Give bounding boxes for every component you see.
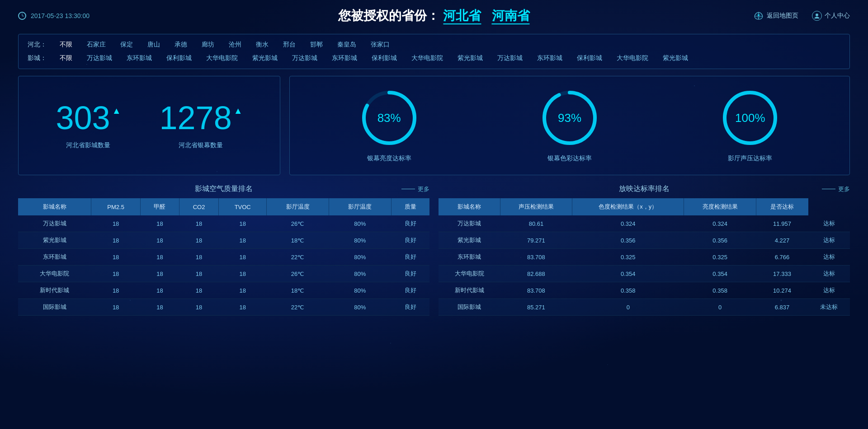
table-cell: 0.354 xyxy=(572,266,684,282)
city-filter-item[interactable]: 邢台 xyxy=(280,40,298,50)
city-filter-item[interactable]: 张家口 xyxy=(368,40,392,50)
cinema-filter-item[interactable]: 东环影城 xyxy=(534,53,565,63)
cinema-filter-item[interactable]: 紫光影城 xyxy=(455,53,486,63)
screen-count-number: 1278 ▲ xyxy=(160,102,243,134)
table-cell: 0.354 xyxy=(684,266,756,282)
air-quality-panel: 影城空气质量排名 更多 影城名称 PM2.5 甲醛 CO2 TVOC 影厅温度 … xyxy=(18,184,429,316)
table-cell: 东环影城 xyxy=(439,249,500,266)
col-co2: CO2 xyxy=(179,198,218,215)
table-cell: 0.358 xyxy=(684,282,756,299)
city-filter-item[interactable]: 秦皇岛 xyxy=(335,40,359,50)
col-quality: 质量 xyxy=(391,198,429,215)
city-filter-item[interactable]: 邯郸 xyxy=(307,40,326,50)
tables-section: 影城空气质量排名 更多 影城名称 PM2.5 甲醛 CO2 TVOC 影厅温度 … xyxy=(0,184,868,316)
table-cell: 18 xyxy=(179,249,218,266)
cinema-filter-item[interactable]: 保利影城 xyxy=(164,53,194,63)
sound-stat: 100% 影厅声压达标率 xyxy=(721,89,779,163)
svg-point-1 xyxy=(816,14,818,16)
table-cell: 83.708 xyxy=(500,282,572,299)
city-filter-item[interactable]: 沧州 xyxy=(226,40,244,50)
province1[interactable]: 河北省 xyxy=(443,9,481,24)
table-cell: 国际影城 xyxy=(18,299,91,316)
cinema-filter-item[interactable]: 紫光影城 xyxy=(250,53,280,63)
cinema-filter-item[interactable]: 保利影城 xyxy=(369,53,400,63)
col-sound-result: 声压检测结果 xyxy=(500,198,572,215)
col-formaldehyde: 甲醛 xyxy=(141,198,179,215)
table-cell: 良好 xyxy=(391,266,429,282)
col-scinema-name: 影城名称 xyxy=(439,198,500,215)
user-icon xyxy=(812,11,822,21)
cinema-filter-item[interactable]: 东环影城 xyxy=(329,53,360,63)
table-cell-status: 达标 xyxy=(808,266,850,282)
table-cell: 18 xyxy=(219,232,267,249)
col-brightness-result: 亮度检测结果 xyxy=(684,198,756,215)
table-cell: 大华电影院 xyxy=(439,266,500,282)
table-cell: 18 xyxy=(91,282,141,299)
table-cell: 国际影城 xyxy=(439,299,500,316)
air-quality-title: 影城空气质量排名 xyxy=(155,184,292,194)
city-filter-item[interactable]: 唐山 xyxy=(145,40,163,50)
table-row: 东环影城1818181822℃80%良好 xyxy=(18,249,429,266)
cinema-filter-item[interactable]: 保利影城 xyxy=(574,53,605,63)
filter-bar: 河北： 不限 石家庄 保定 唐山 承德 廊坊 沧州 衡水 邢台 邯郸 秦皇岛 张… xyxy=(18,34,850,69)
city-filter-item[interactable]: 承德 xyxy=(172,40,190,50)
city-filter-item[interactable]: 石家庄 xyxy=(84,40,108,50)
cinema-filter-item[interactable]: 不限 xyxy=(57,53,75,63)
screening-more-link[interactable]: 更多 xyxy=(822,185,850,193)
table-cell: 17.333 xyxy=(756,266,808,282)
cinema-filter-item[interactable]: 东环影城 xyxy=(124,53,155,63)
count-stats-panel: 303 ▲ 河北省影城数量 1278 ▲ 河北省银幕数量 xyxy=(18,76,280,175)
table-cell: 18 xyxy=(141,249,179,266)
cinema-filter-item[interactable]: 大华电影院 xyxy=(409,53,446,63)
table-row: 新时代影城1818181818℃80%良好 xyxy=(18,282,429,299)
table-cell: 万达影城 xyxy=(439,215,500,232)
cinema-filter-item[interactable]: 大华电影院 xyxy=(614,53,651,63)
color-stat: 93% 银幕色彩达标率 xyxy=(540,89,599,163)
city-filter-item[interactable]: 衡水 xyxy=(253,40,271,50)
air-quality-table-header-row: 影城名称 PM2.5 甲醛 CO2 TVOC 影厅温度 影厅温度 质量 xyxy=(18,198,429,215)
cinema-filter-item[interactable]: 万达影城 xyxy=(495,53,525,63)
table-cell: 18 xyxy=(219,282,267,299)
cinema-filter-item[interactable]: 万达影城 xyxy=(84,53,115,63)
table-cell: 6.837 xyxy=(756,299,808,316)
table-cell: 18 xyxy=(219,215,267,232)
col-color-result: 色度检测结果（x，y） xyxy=(572,198,684,215)
table-cell: 良好 xyxy=(391,232,429,249)
table-cell: 18 xyxy=(179,232,218,249)
cinema-filter-item[interactable]: 大华电影院 xyxy=(203,53,241,63)
screening-more-label: 更多 xyxy=(838,185,850,193)
header-center: 您被授权的省份： 河北省 河南省 xyxy=(338,7,529,24)
sound-ring: 100% xyxy=(721,89,779,147)
province2[interactable]: 河南省 xyxy=(492,9,530,24)
map-nav-button[interactable]: 返回地图页 xyxy=(753,11,798,20)
table-cell: 大华电影院 xyxy=(18,266,91,282)
table-cell: 18 xyxy=(141,232,179,249)
table-row: 国际影城85.271006.837未达标 xyxy=(439,299,850,316)
city-filter-item[interactable]: 不限 xyxy=(57,40,75,50)
table-row: 新时代影城83.7080.3580.35810.274达标 xyxy=(439,282,850,299)
screening-table-body: 万达影城80.610.3240.32411.957达标紫光影城79.2710.3… xyxy=(439,215,850,316)
city-filter-item[interactable]: 保定 xyxy=(118,40,136,50)
table-cell: 紫光影城 xyxy=(439,232,500,249)
table-cell: 26℃ xyxy=(267,215,329,232)
table-cell: 80% xyxy=(329,266,391,282)
city-filter-item[interactable]: 廊坊 xyxy=(199,40,217,50)
cinema-filter-item[interactable]: 万达影城 xyxy=(289,53,320,63)
air-quality-more-link[interactable]: 更多 xyxy=(401,185,429,193)
table-cell: 良好 xyxy=(391,282,429,299)
table-cell: 80% xyxy=(329,249,391,266)
table-cell: 0.325 xyxy=(572,249,684,266)
table-cell: 85.271 xyxy=(500,299,572,316)
table-cell: 18 xyxy=(219,299,267,316)
air-quality-header: 影城空气质量排名 更多 xyxy=(18,184,429,194)
table-cell-status: 达标 xyxy=(808,282,850,299)
cinema-filter-item[interactable]: 紫光影城 xyxy=(660,53,691,63)
table-row: 大华电影院1818181826℃80%良好 xyxy=(18,266,429,282)
air-quality-table: 影城名称 PM2.5 甲醛 CO2 TVOC 影厅温度 影厅温度 质量 万达影城… xyxy=(18,198,429,316)
table-cell: 18 xyxy=(91,215,141,232)
stats-section: 303 ▲ 河北省影城数量 1278 ▲ 河北省银幕数量 83% 银幕亮度达标率 xyxy=(0,76,868,175)
user-nav-button[interactable]: 个人中心 xyxy=(812,11,850,21)
cinema-count-stat: 303 ▲ 河北省影城数量 xyxy=(56,102,121,149)
table-row: 东环影城83.7080.3250.3256.766达标 xyxy=(439,249,850,266)
table-cell: 18 xyxy=(91,266,141,282)
